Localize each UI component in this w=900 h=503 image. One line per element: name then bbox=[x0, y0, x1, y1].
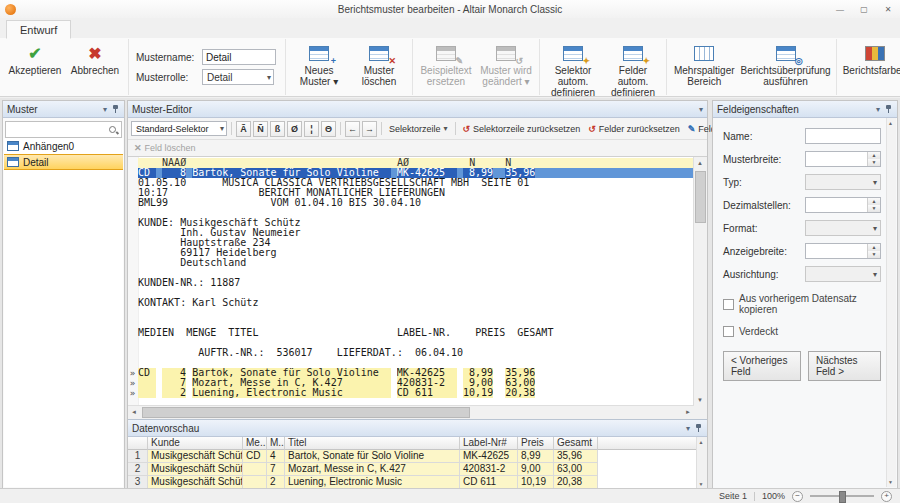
cell-menge[interactable]: 7 bbox=[267, 463, 285, 476]
report-verify-button[interactable]: ◎ Berichtsüberprüfung ausführen bbox=[738, 41, 832, 87]
table-row[interactable]: 1 Musikgeschäft Schütz CD 4 Bartok, Sona… bbox=[128, 450, 697, 463]
report-line[interactable]: MEDIEN MENGE TITEL LABEL-NR. PREIS GESAM… bbox=[138, 328, 694, 338]
field-menge[interactable]: 7 bbox=[162, 378, 186, 388]
field-label-nr[interactable]: MK-42625 bbox=[397, 368, 457, 378]
field-medien[interactable]: CD bbox=[138, 368, 156, 378]
scroll-down-icon[interactable]: ▼ bbox=[696, 479, 706, 488]
field-label-nr[interactable]: 420831-2 bbox=[397, 378, 457, 388]
spin-up-icon[interactable]: ▲ bbox=[868, 244, 880, 251]
report-line[interactable]: KONTAKT: Karl Schütz bbox=[138, 298, 694, 308]
cell-titel[interactable]: Mozart, Messe in C, K.427 bbox=[285, 463, 460, 476]
field-preis[interactable]: 8,99 bbox=[463, 368, 493, 378]
trap-nonblank-button[interactable]: Ø bbox=[287, 121, 302, 137]
cell-label-nr[interactable]: 420831-2 bbox=[460, 463, 518, 476]
chevron-down-icon[interactable]: ▾ bbox=[103, 105, 107, 114]
column-header-gesamt[interactable]: Gesamt bbox=[554, 437, 598, 450]
field-label-nr[interactable]: CD 611 bbox=[397, 388, 457, 398]
cell-medien[interactable] bbox=[243, 476, 267, 488]
auto-define-fields-button[interactable]: ✦ Felder autom. definieren bbox=[603, 41, 663, 98]
pin-icon[interactable] bbox=[884, 104, 893, 114]
field-menge[interactable]: 4 bbox=[162, 368, 186, 378]
scrollbar-thumb[interactable] bbox=[142, 407, 470, 418]
field-gesamt[interactable]: 35,96 bbox=[505, 368, 535, 378]
report-detail-line[interactable]: » 7 Mozart, Messe in C, K.427 420831-2 9… bbox=[138, 378, 694, 388]
cell-label-nr[interactable]: CD 611 bbox=[460, 476, 518, 488]
cell-menge[interactable]: 4 bbox=[267, 450, 285, 463]
scroll-up-icon[interactable]: ▲ bbox=[696, 437, 706, 446]
trap-pipe-button[interactable]: ¦ bbox=[304, 121, 319, 137]
zoom-in-button[interactable]: + bbox=[881, 491, 892, 502]
horizontal-scrollbar[interactable]: ◄ ► bbox=[128, 405, 694, 419]
accept-button[interactable]: ✔ Akzeptieren bbox=[5, 41, 65, 76]
field-menge[interactable]: 2 bbox=[162, 388, 186, 398]
field-medien[interactable] bbox=[138, 388, 156, 398]
scroll-right-icon[interactable]: ► bbox=[682, 406, 694, 418]
report-view[interactable]: ÑÃÃØ ÃØ Ñ Ñ CD 8 Bartok, Sonate für Solo… bbox=[128, 157, 707, 419]
chevron-down-icon[interactable]: ▾ bbox=[686, 424, 690, 433]
cell-medien[interactable]: CD bbox=[243, 450, 267, 463]
cell-label-nr[interactable]: MK-42625 bbox=[460, 450, 518, 463]
format-select[interactable]: ▾ bbox=[805, 220, 881, 236]
field-titel[interactable]: Mozart, Messe in C, K.427 bbox=[192, 378, 391, 388]
spin-down-icon[interactable]: ▼ bbox=[868, 159, 880, 166]
cell-titel[interactable]: Bartok, Sonate für Solo Violine bbox=[285, 450, 460, 463]
cell-medien[interactable] bbox=[243, 463, 267, 476]
scrollbar-thumb[interactable] bbox=[695, 171, 706, 223]
close-button[interactable]: ✕ bbox=[876, 1, 900, 17]
dezimalstellen-stepper[interactable]: ▲▼ bbox=[805, 197, 881, 213]
list-item-anhaengen0[interactable]: Anhängen0 bbox=[4, 138, 123, 154]
spin-up-icon[interactable]: ▲ bbox=[868, 198, 880, 205]
table-row[interactable]: 2 Musikgeschäft Schütz 7 Mozart, Messe i… bbox=[128, 463, 697, 476]
name-field[interactable] bbox=[805, 128, 881, 144]
delete-field-button[interactable]: ✕ Feld löschen bbox=[131, 142, 199, 154]
scroll-down-icon[interactable]: ▼ bbox=[694, 394, 706, 406]
multicolumn-region-button[interactable]: Mehrspaltiger Bereich bbox=[670, 41, 738, 87]
muster-search-input[interactable] bbox=[9, 123, 108, 136]
selector-trap-row[interactable]: ÑÃÃØ ÃØ Ñ Ñ bbox=[138, 158, 694, 168]
ausrichtung-select[interactable]: ▾ bbox=[805, 266, 881, 282]
cell-kunde[interactable]: Musikgeschäft Schütz bbox=[148, 463, 243, 476]
report-line[interactable]: Deutschland bbox=[138, 258, 694, 268]
column-header-medien[interactable]: Me... bbox=[243, 437, 267, 450]
field-gesamt[interactable]: 20,38 bbox=[505, 388, 535, 398]
mustername-input[interactable] bbox=[202, 49, 276, 65]
reset-selector-button[interactable]: ↺ Selektorzeile zurücksetzen bbox=[460, 123, 584, 135]
scroll-up-icon[interactable]: ▲ bbox=[694, 157, 706, 169]
cell-menge[interactable]: 2 bbox=[267, 476, 285, 488]
field-titel[interactable]: Luening, Electronic Music bbox=[192, 388, 391, 398]
chevron-down-icon[interactable]: ▾ bbox=[876, 105, 880, 114]
pin-icon[interactable] bbox=[111, 104, 120, 114]
shift-left-button[interactable]: ← bbox=[345, 121, 360, 137]
column-header-menge[interactable]: M... bbox=[267, 437, 285, 450]
anzeigebreite-stepper[interactable]: ▲▼ bbox=[805, 243, 881, 259]
spin-up-icon[interactable]: ▲ bbox=[868, 152, 880, 159]
auto-define-selector-button[interactable]: ✦ Selektor autom. definieren bbox=[543, 41, 603, 98]
zoom-slider[interactable] bbox=[810, 495, 874, 497]
cell-preis[interactable]: 8,99 bbox=[518, 450, 554, 463]
field-preis[interactable]: 10,19 bbox=[463, 388, 493, 398]
cell-gesamt[interactable]: 35,96 bbox=[554, 450, 598, 463]
trap-theta-button[interactable]: Θ bbox=[321, 121, 336, 137]
musterrolle-select[interactable]: Detail ▾ bbox=[202, 69, 274, 85]
trap-numeric-button[interactable]: Ñ bbox=[253, 121, 268, 137]
cell-gesamt[interactable]: 20,38 bbox=[554, 476, 598, 488]
cancel-button[interactable]: ✖ Abbrechen bbox=[65, 41, 125, 76]
field-titel[interactable]: Bartok, Sonate für Solo Violine bbox=[192, 368, 391, 378]
cell-kunde[interactable]: Musikgeschäft Schütz bbox=[148, 476, 243, 488]
cell-titel[interactable]: Luening, Electronic Music bbox=[285, 476, 460, 488]
verdeckt-checkbox[interactable] bbox=[723, 326, 734, 337]
column-header-label-nr[interactable]: Label-Nr# bbox=[460, 437, 518, 450]
scroll-up-icon[interactable]: ▲ bbox=[886, 118, 895, 128]
delete-template-button[interactable]: ✕ Muster löschen bbox=[349, 41, 409, 87]
maximize-button[interactable]: ▢ bbox=[852, 1, 876, 17]
cell-gesamt[interactable]: 63,00 bbox=[554, 463, 598, 476]
reset-fields-button[interactable]: ↺ Felder zurücksetzen bbox=[585, 123, 683, 135]
report-detail-line[interactable]: » 2 Luening, Electronic Music CD 611 10,… bbox=[138, 388, 694, 398]
column-header-kunde[interactable]: Kunde bbox=[148, 437, 243, 450]
field-medien[interactable] bbox=[138, 378, 156, 388]
previous-field-button[interactable]: < Vorheriges Feld bbox=[723, 351, 801, 381]
vertical-scrollbar[interactable]: ▲ ▼ bbox=[693, 157, 707, 406]
column-header-titel[interactable]: Titel bbox=[285, 437, 460, 450]
report-line[interactable]: KUNDEN-NR.: 11887 bbox=[138, 278, 694, 288]
scroll-down-icon[interactable]: ▼ bbox=[886, 477, 895, 487]
